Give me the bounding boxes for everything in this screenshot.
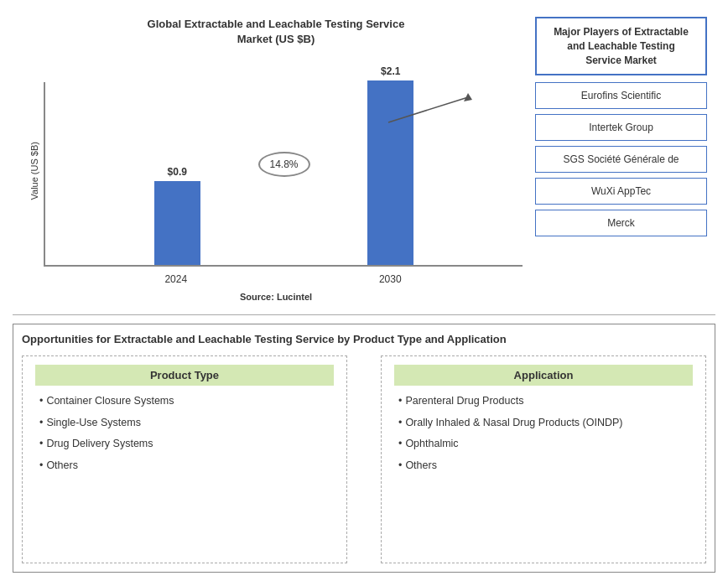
player-sgs: SGS Société Générale de xyxy=(535,146,707,173)
cagr-annotation: 14.8% xyxy=(257,152,309,177)
main-container: Global Extractable and Leachable Testing… xyxy=(0,0,728,581)
product-type-column: Product Type •Container Closure Systems … xyxy=(22,355,347,563)
product-item-0: •Container Closure Systems xyxy=(35,394,334,409)
chart-wrapper: Value (US $B) 14.8% xyxy=(29,57,523,285)
application-header: Application xyxy=(394,365,693,386)
source-text: Source: Lucintel xyxy=(240,292,312,302)
bar-group-2024: $0.9 xyxy=(154,166,200,265)
app-item-0: •Parenteral Drug Products xyxy=(394,394,693,409)
opportunities-title: Opportunities for Extractable and Leacha… xyxy=(22,333,706,345)
product-type-header: Product Type xyxy=(35,365,334,386)
bars-container: 14.8% $0.9 xyxy=(44,82,523,267)
app-item-3: •Others xyxy=(394,459,693,474)
player-eurofins: Eurofins Scientific xyxy=(535,82,707,109)
opportunities-columns: Product Type •Container Closure Systems … xyxy=(22,355,706,563)
bar-value-2030: $2.1 xyxy=(381,65,400,77)
arrow-svg xyxy=(384,89,476,131)
section-divider xyxy=(13,314,715,315)
x-label-2024: 2024 xyxy=(164,273,187,285)
major-players-title: Major Players of Extractable and Leachab… xyxy=(535,17,707,75)
bar-value-2024: $0.9 xyxy=(168,166,187,178)
app-item-2: •Ophthalmic xyxy=(394,437,693,452)
y-axis-label: Value (US $B) xyxy=(29,142,39,200)
chart-title: Global Extractable and Leachable Testing… xyxy=(148,17,405,47)
chart-inner: 14.8% $0.9 xyxy=(44,82,523,285)
bar-2024 xyxy=(154,181,200,265)
x-label-2030: 2030 xyxy=(379,273,402,285)
bottom-section: Opportunities for Extractable and Leacha… xyxy=(13,324,715,573)
svg-line-0 xyxy=(388,97,468,122)
app-item-1: •Orally Inhaled & Nasal Drug Products (O… xyxy=(394,416,693,431)
svg-marker-1 xyxy=(464,93,472,101)
application-column: Application •Parenteral Drug Products •O… xyxy=(381,355,706,563)
product-item-1: •Single-Use Systems xyxy=(35,416,334,431)
x-axis: 2024 2030 xyxy=(44,267,523,285)
player-wuxi: WuXi AppTec xyxy=(535,178,707,205)
player-merck: Merck xyxy=(535,210,707,236)
player-intertek: Intertek Group xyxy=(535,114,707,141)
product-item-2: •Drug Delivery Systems xyxy=(35,437,334,452)
chart-area: Global Extractable and Leachable Testing… xyxy=(13,8,531,310)
major-players-section: Major Players of Extractable and Leachab… xyxy=(531,8,715,310)
top-section: Global Extractable and Leachable Testing… xyxy=(13,8,715,310)
product-item-3: •Others xyxy=(35,459,334,474)
